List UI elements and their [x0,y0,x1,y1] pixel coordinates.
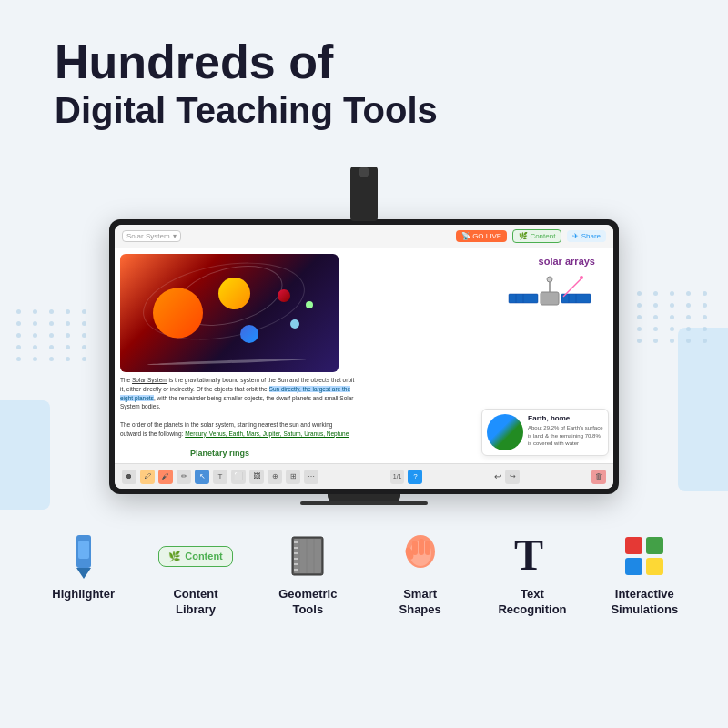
interactive-simulations-label: InteractiveSimulations [611,587,678,618]
tb-eraser-icon[interactable]: ✏ [177,470,191,484]
earth-card: Earth, home About 29.2% of Earth's surfa… [481,409,609,456]
dropdown-label: Solar System [126,232,170,240]
tb-zoom-icon[interactable]: ⊕ [268,470,282,484]
svg-point-10 [580,276,583,279]
share-icon: ✈ [572,232,579,240]
earth-text-block: Earth, home About 29.2% of Earth's surfa… [528,414,603,450]
monitor-frame: Solar System ▾ 📡 GO LIVE 🌿 Content ✈ [109,219,619,494]
share-button[interactable]: ✈ Share [567,230,606,242]
monitor-wrapper: Solar System ▾ 📡 GO LIVE 🌿 Content ✈ [0,159,728,505]
monitor-screen: Solar System ▾ 📡 GO LIVE 🌿 Content ✈ [115,225,613,489]
content-library-label: ContentLibrary [173,587,217,618]
headline-line2: Digital Teaching Tools [55,88,673,132]
dropdown-arrow: ▾ [173,232,177,240]
screen-left-pane: Mars, the red planet Planeta [115,248,360,463]
geometric-tools-label: GeometricTools [278,587,337,618]
tb-delete-icon[interactable]: 🗑 [592,470,606,484]
svg-point-8 [547,277,552,282]
monitor-base [328,494,400,501]
content-badge-label: Content [185,551,223,561]
tb-pen-icon[interactable]: 🖊 [140,470,155,484]
planet-jupiter [218,278,250,309]
svg-rect-15 [294,539,321,573]
content-library-icon: 🌿 Content [172,532,219,580]
camera-bar [350,167,378,221]
tb-more-icon[interactable]: ⋯ [304,470,318,484]
feature-geometric-tools: GeometricTools [258,532,358,618]
monitor-stand [300,501,428,505]
tb-marker-icon[interactable]: 🖌 [158,470,173,484]
feature-text-recognition: T TextRecognition [482,532,582,618]
screen-content-area: Mars, the red planet Planeta [115,248,613,463]
tb-record-icon[interactable]: ⏺ [122,470,136,484]
planetary-rings-label: Planetary rings [187,448,252,459]
planet-mars [278,289,290,302]
golive-icon: 📡 [461,232,470,240]
svg-rect-35 [646,558,663,575]
geometric-tools-icon [284,532,331,580]
tb-table-icon[interactable]: ⊞ [286,470,300,484]
satellite-area [490,265,609,347]
svg-rect-13 [78,541,89,559]
tb-redo-icon[interactable]: ↪ [505,470,520,484]
tb-undo-icon[interactable]: ↩ [494,471,501,481]
share-label: Share [581,232,601,240]
content-label: Content [530,232,555,240]
headline-line1: Hundreds of [55,36,673,88]
planet-earth [240,325,258,343]
highlighter-label: Highlighter [52,587,115,602]
text-recognition-icon: T [509,532,556,580]
screen-topbar: Solar System ▾ 📡 GO LIVE 🌿 Content ✈ [115,225,613,248]
features-section: Highlighter 🌿 Content ContentLibrary [0,514,728,627]
interactive-simulations-icon [621,532,668,580]
monitor-outer: Solar System ▾ 📡 GO LIVE 🌿 Content ✈ [109,159,619,505]
screen-right-pane: solar arrays [360,248,613,463]
content-badge: 🌿 Content [158,546,233,567]
svg-rect-34 [625,558,642,575]
svg-marker-12 [76,568,91,579]
satellite-svg [490,265,609,347]
svg-rect-28 [419,539,424,555]
header: Hundreds of Digital Teaching Tools [0,0,728,150]
dropdown-solar-system[interactable]: Solar System ▾ [122,230,181,242]
planet-small2 [306,301,313,308]
feature-interactive-simulations: InteractiveSimulations [594,532,694,618]
tb-cursor-icon[interactable]: ↖ [195,470,209,484]
content-button[interactable]: 🌿 Content [512,229,561,243]
svg-rect-29 [425,541,430,555]
feature-content-library: 🌿 Content ContentLibrary [146,532,246,618]
earth-desc: About 29.2% of Earth's surface is land &… [528,424,603,447]
earth-title: Earth, home [528,414,603,422]
svg-text:T: T [514,533,543,579]
planet-small1 [290,319,299,329]
svg-rect-33 [646,537,663,554]
earth-globe [487,414,523,450]
screen-toolbar: ⏺ 🖊 🖌 ✏ ↖ T ⬜ 🖼 ⊕ ⊞ ⋯ 1/1 ? ↩ ↪ [115,463,613,489]
feature-smart-shapes: SmartShapes [370,532,470,618]
smart-shapes-label: SmartShapes [399,587,441,618]
tb-counter: 1/1 [390,470,405,484]
screen-text-block: The Solar System is the gravitationally … [120,376,355,438]
tb-img-icon[interactable]: 🖼 [249,470,264,484]
svg-rect-0 [541,292,559,305]
tb-text-icon[interactable]: T [213,470,228,484]
content-icon: 🌿 [519,232,528,240]
highlighter-icon [60,532,107,580]
feature-highlighter: Highlighter [34,532,134,602]
tb-shape-icon[interactable]: ⬜ [231,470,246,484]
text-recognition-label: TextRecognition [498,587,566,618]
planet-sun [153,288,203,339]
golive-button[interactable]: 📡 GO LIVE [456,230,507,242]
tb-help-icon[interactable]: ? [408,470,422,484]
smart-shapes-icon [397,532,444,580]
camera-lens [359,167,369,177]
svg-rect-32 [625,537,642,554]
planet-image [120,254,339,372]
golive-label: GO LIVE [472,232,501,240]
content-leaf-icon: 🌿 [168,551,181,562]
